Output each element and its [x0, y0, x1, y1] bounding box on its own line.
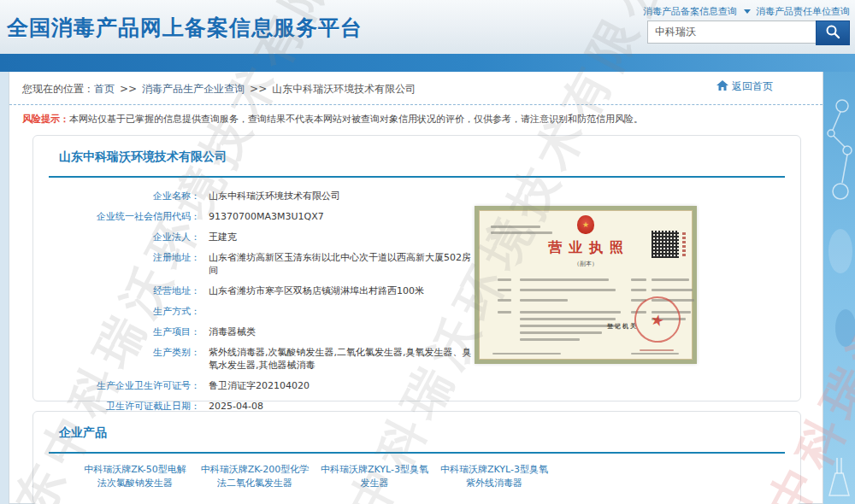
- breadcrumb-home-link[interactable]: 首页: [94, 83, 115, 95]
- site-title: 全国消毒产品网上备案信息服务平台: [7, 14, 363, 42]
- qr-code: [652, 231, 679, 258]
- top-banner: 全国消毒产品网上备案信息服务平台 消毒产品备案信息查询 消毒产品责任单位查询: [0, 0, 855, 54]
- products-title: 企业产品: [33, 412, 800, 441]
- license-subtitle: （副本）: [479, 260, 693, 268]
- field-value: 消毒器械类: [209, 325, 256, 338]
- license-text-bar: [498, 299, 511, 302]
- field-row-hygiene-license-no: 生产企业卫生许可证号：鲁卫消证字202104020: [33, 379, 800, 392]
- breadcrumb-prefix: 您现在的位置：: [22, 83, 94, 95]
- qr-side-text-bars: [682, 232, 686, 256]
- field-value: 鲁卫消证字202104020: [209, 379, 310, 392]
- license-text-bar: [491, 226, 540, 228]
- license-text-bar: [520, 318, 616, 320]
- field-label: 生产方式：: [33, 305, 200, 318]
- nav-record-info-query[interactable]: 消毒产品备案信息查询: [643, 5, 737, 18]
- license-text-bar: [652, 278, 689, 281]
- license-text-bar: [520, 289, 616, 291]
- product-link-zkyl3-ozone[interactable]: 中科瑞沃牌ZKYL-3型臭氧发生器: [320, 463, 429, 490]
- breadcrumb-separator: >>: [250, 83, 267, 95]
- home-icon: [716, 79, 729, 94]
- search-icon: [825, 24, 840, 42]
- license-text-bar: [520, 278, 609, 281]
- license-text-bar: [520, 338, 580, 341]
- search-input[interactable]: [647, 21, 817, 44]
- license-text-bar: [498, 278, 511, 281]
- main-content-panel: 您现在的位置：首页>>消毒产品生产企业查询>>山东中科瑞沃环境技术有限公司 返回…: [9, 72, 823, 504]
- molecule-flask-illustration: [823, 72, 855, 504]
- license-registrar-label: 登记机关: [607, 322, 638, 331]
- license-text-bar: [498, 311, 511, 314]
- field-value: 王建克: [209, 231, 237, 243]
- product-list: 中科瑞沃牌ZK-50型电解法次氯酸钠发生器 中科瑞沃牌ZK-200型化学法二氧化…: [33, 454, 800, 490]
- top-nav: 消毒产品备案信息查询 消毒产品责任单位查询: [643, 5, 850, 18]
- chemistry-deco-strip: [823, 72, 855, 504]
- field-label: 企业名称：: [33, 190, 200, 202]
- breadcrumb-category-link[interactable]: 消毒产品生产企业查询: [142, 83, 245, 95]
- title-divider: [49, 176, 785, 178]
- product-link-zk200[interactable]: 中科瑞沃牌ZK-200型化学法二氧化氯发生器: [200, 463, 310, 490]
- business-license-image[interactable]: ★ 营业执照 （副本）: [475, 206, 697, 364]
- field-label: 注册地址：: [33, 251, 200, 277]
- header-divider-bar: [0, 54, 855, 72]
- license-footer-bar: [492, 353, 561, 355]
- license-text-bar: [520, 325, 619, 327]
- field-label: 生产企业卫生许可证号：: [33, 379, 200, 392]
- nav-responsible-unit-query[interactable]: 消毒产品责任单位查询: [756, 5, 850, 18]
- license-text-bar: [520, 299, 568, 302]
- company-info-card: 山东中科瑞沃环境技术有限公司 企业名称：山东中科瑞沃环境技术有限公司 企业统一社…: [32, 135, 801, 401]
- field-label: 生产项目：: [33, 325, 200, 338]
- license-text-bar: [652, 289, 693, 291]
- license-text-bar: [520, 311, 621, 314]
- breadcrumb-current: 山东中科瑞沃环境技术有限公司: [272, 83, 416, 95]
- risk-notice-label: 风险提示：: [22, 114, 69, 125]
- field-value: 山东省潍坊高新区玉清东街以北中心次干道以西高新大厦502房间: [209, 251, 474, 277]
- breadcrumb-separator: >>: [120, 83, 137, 95]
- field-value: 山东中科瑞沃环境技术有限公司: [209, 190, 340, 202]
- back-home-label: 返回首页: [732, 79, 773, 94]
- search-bar: [647, 21, 850, 45]
- field-value: 91370700MA3M3U1QX7: [209, 210, 324, 223]
- risk-notice-text: 本网站仅基于已掌握的信息提供查询服务，查询结果不代表本网站对被查询对象信用状况的…: [69, 114, 643, 125]
- chevron-down-icon[interactable]: [744, 9, 751, 14]
- license-text-bar: [491, 231, 552, 234]
- license-text-bar: [498, 289, 511, 291]
- company-products-card: 企业产品 中科瑞沃牌ZK-50型电解法次氯酸钠发生器 中科瑞沃牌ZK-200型化…: [32, 411, 801, 504]
- field-label: 企业法人：: [33, 231, 200, 243]
- license-text-bar: [631, 289, 646, 291]
- search-button[interactable]: [816, 21, 850, 45]
- license-text-bar: [520, 331, 602, 334]
- license-text-bar: [631, 278, 646, 281]
- license-date-bar: [640, 349, 674, 351]
- field-value: 紫外线消毒器,次氯酸钠发生器,二氧化氯发生器,臭氧发生器、臭氧水发生器,其他器械…: [209, 346, 474, 372]
- field-row-company-name: 企业名称：山东中科瑞沃环境技术有限公司: [33, 190, 800, 202]
- breadcrumb: 您现在的位置：首页>>消毒产品生产企业查询>>山东中科瑞沃环境技术有限公司 返回…: [9, 72, 823, 105]
- field-label: 企业统一社会信用代码：: [33, 210, 200, 223]
- risk-notice: 风险提示：本网站仅基于已掌握的信息提供查询服务，查询结果不代表本网站对被查询对象…: [22, 113, 810, 126]
- product-link-zkyl3-uv[interactable]: 中科瑞沃牌ZKYL-3型臭氧紫外线消毒器: [439, 463, 549, 490]
- product-link-zk50[interactable]: 中科瑞沃牌ZK-50型电解法次氯酸钠发生器: [80, 463, 190, 490]
- field-label: 经营地址：: [33, 284, 200, 297]
- company-title: 山东中科瑞沃环境技术有限公司: [33, 136, 800, 165]
- license-footer-bar: [631, 353, 679, 355]
- field-value: 山东省潍坊市寒亭区双杨店镇湖淋埠出村路西100米: [209, 284, 424, 297]
- field-label: 生产类别：: [33, 346, 200, 372]
- national-emblem-icon: ★: [577, 215, 594, 234]
- back-home-link[interactable]: 返回首页: [716, 79, 773, 94]
